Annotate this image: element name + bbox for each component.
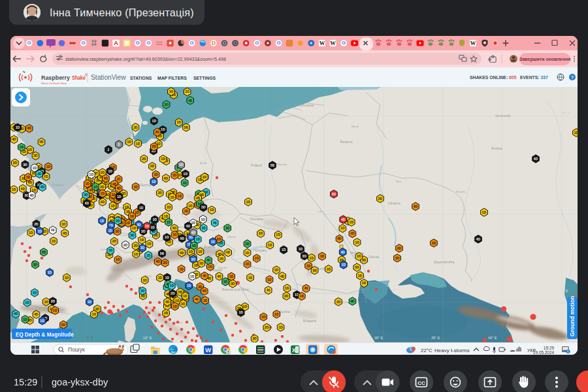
svg-text:1D: 1D [432,241,436,245]
svg-text:5B: 5B [160,252,165,255]
svg-text:1D: 1D [172,233,177,237]
svg-text:Пошук: Пошук [68,346,85,353]
svg-text:3D: 3D [126,210,131,214]
svg-text:1D: 1D [134,252,139,256]
svg-text:1D: 1D [26,175,31,179]
svg-text:1D: 1D [90,172,94,176]
svg-text:1D: 1D [44,174,48,178]
svg-text:3D: 3D [284,294,289,298]
svg-text:1D: 1D [110,204,115,208]
svg-text:1D: 1D [282,248,286,252]
svg-text:Raspberry: Raspberry [41,74,70,81]
svg-text:?: ? [571,74,574,80]
svg-text:4D: 4D [226,250,231,254]
svg-text:1D: 1D [130,214,135,218]
svg-text:1D: 1D [126,221,131,225]
svg-text:4D: 4D [12,137,16,141]
svg-text:2D: 2D [112,239,117,243]
svg-text:EQ Depth & Magnitude: EQ Depth & Magnitude [16,332,74,338]
svg-text:1D: 1D [41,319,45,323]
svg-text:G: G [146,40,150,46]
svg-text:4D: 4D [27,126,31,130]
svg-text:1D: 1D [357,254,361,258]
svg-text:1D: 1D [182,181,187,185]
svg-text:1D: 1D [342,263,346,267]
svg-text:1D: 1D [246,200,251,204]
svg-text:1D: 1D [211,240,216,244]
svg-text:4D: 4D [414,204,418,208]
svg-text:1D: 1D [310,256,314,260]
svg-text:3D: 3D [164,103,169,106]
svg-text:1D: 1D [175,299,180,302]
svg-text:1D: 1D [179,267,184,271]
svg-text:2D: 2D [217,237,221,241]
svg-text:®: ® [85,73,88,77]
svg-text:3D: 3D [33,263,38,267]
svg-text:2D: 2D [378,197,383,201]
svg-text:3D: 3D [164,311,169,315]
svg-text:2D: 2D [157,191,162,195]
svg-text:3D: 3D [302,254,307,258]
svg-text:4D: 4D [101,200,105,204]
svg-text:1D: 1D [274,312,279,316]
svg-text:4D: 4D [188,99,193,103]
svg-text:Vienna: Vienna [227,235,237,238]
svg-text:1D: 1D [225,226,230,230]
svg-text:1D: 1D [146,253,151,257]
svg-text:4D: 4D [34,312,39,316]
svg-text:1D: 1D [135,210,139,214]
svg-text:1D: 1D [52,239,56,243]
svg-text:1D: 1D [336,300,341,304]
svg-text:1D: 1D [327,267,331,271]
svg-text:1D: 1D [127,140,131,144]
svg-text:1D: 1D [46,165,51,169]
svg-text:1D: 1D [350,231,355,235]
svg-text:1D: 1D [188,204,193,208]
svg-text:3D: 3D [130,233,135,237]
svg-text:1D: 1D [158,276,163,280]
svg-text:Hungary: Hungary [253,248,267,252]
svg-text:3D: 3D [141,229,146,233]
svg-text:1D: 1D [132,226,137,230]
svg-text:1D: 1D [152,180,156,184]
svg-text:1D: 1D [306,264,311,268]
svg-text:1D: 1D [140,289,145,293]
svg-text:Ground motion: Ground motion [569,296,576,336]
svg-text:1D: 1D [178,194,182,198]
svg-text:1D: 1D [136,142,140,146]
svg-text:1D: 1D [28,148,33,152]
svg-text:1D: 1D [165,276,170,280]
svg-text:40: 40 [304,286,308,290]
svg-text:4D: 4D [63,231,67,235]
svg-text:3D: 3D [115,229,120,233]
svg-text:1D: 1D [65,276,69,280]
svg-text:Belarus: Belarus [340,140,353,144]
svg-text:1D: 1D [274,268,279,272]
svg-text:Zagreb: Zagreb [218,266,227,269]
svg-text:3D: 3D [355,265,359,269]
svg-text:40: 40 [206,258,210,262]
svg-text:5B: 5B [178,290,183,294]
svg-text:2D: 2D [100,185,105,189]
svg-text:3D: 3D [252,336,257,340]
svg-text:4D: 4D [476,237,481,241]
svg-text:4D: 4D [112,182,117,186]
svg-text:1D: 1D [161,157,165,161]
svg-text:1D: 1D [92,312,97,316]
svg-text:Lyon: Lyon [101,248,107,251]
svg-text:6: 6 [567,350,569,353]
svg-text:1D: 1D [229,274,234,278]
svg-text:1D: 1D [61,222,66,226]
svg-text:2D: 2D [133,244,138,248]
svg-text:1D: 1D [299,247,303,251]
svg-text:4D: 4D [534,157,538,161]
svg-text:1D: 1D [267,278,272,282]
svg-text:4D: 4D [350,299,355,303]
svg-text:1D: 1D [29,231,33,235]
svg-text:Kharkiv: Kharkiv [456,190,466,193]
svg-text:2D: 2D [201,226,206,230]
svg-text:1D: 1D [300,294,304,298]
svg-text:4D: 4D [116,186,121,190]
svg-text:1D: 1D [101,191,105,195]
svg-text:1D: 1D [108,229,112,233]
